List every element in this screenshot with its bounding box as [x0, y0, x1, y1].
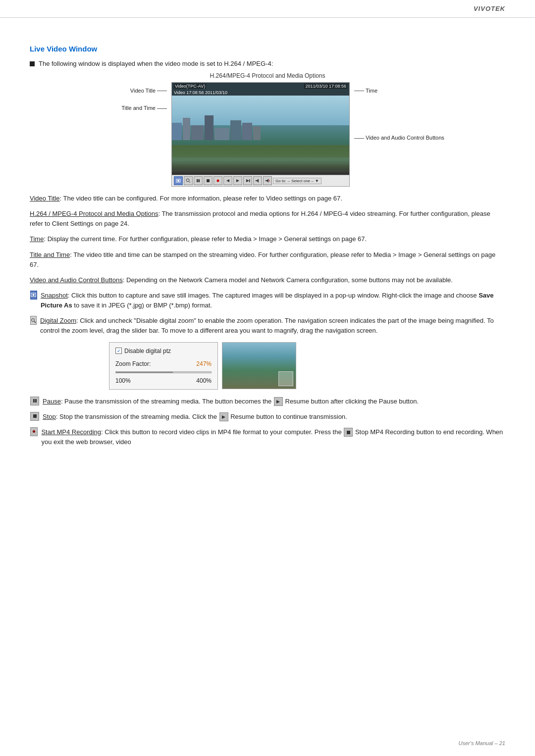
svg-point-16 — [33, 294, 35, 296]
stop-ctrl-btn[interactable] — [204, 176, 213, 185]
term-stop: Stop — [43, 413, 56, 420]
term-pause: Pause — [43, 398, 61, 405]
video-subtitle-bar: Video 17:08:56 2011/03/10 — [172, 90, 349, 96]
term-mp4: Start MP4 Recording — [41, 428, 101, 436]
text-title-time: : The video title and time can be stampe… — [30, 251, 495, 268]
term-title-time: Title and Time — [30, 251, 70, 258]
mp4-text-block: Start MP4 Recording: Click this button t… — [41, 427, 505, 447]
diagram-caption: H.264/MPEG-4 Protocol and Media Options — [210, 72, 325, 79]
zoom-max-label: 400% — [196, 377, 212, 384]
zoom-factor-label: Zoom Factor: — [115, 360, 151, 367]
zoom-checkbox-row: ✓ Disable digital ptz — [115, 348, 212, 354]
diagram-container: H.264/MPEG-4 Protocol and Media Options … — [124, 72, 411, 187]
svg-rect-5 — [199, 179, 200, 182]
svg-point-1 — [177, 180, 179, 182]
term-audio-ctrl: Video and Audio Control Buttons — [30, 276, 123, 284]
svg-point-7 — [217, 180, 219, 182]
label-video-title: Video Title — [130, 87, 168, 95]
next-ctrl-btn[interactable] — [243, 176, 252, 185]
zoom-ctrl-btn[interactable] — [184, 176, 193, 185]
svg-rect-25 — [347, 431, 350, 434]
dash-label: – — [288, 179, 290, 183]
video-subtitle-text: Video 17:08:56 2011/03/10 — [174, 90, 227, 95]
svg-rect-19 — [33, 399, 35, 403]
record-ctrl-btn[interactable] — [214, 176, 222, 185]
svg-point-2 — [186, 179, 189, 182]
stop-text-block: Stop: Stop the transmission of the strea… — [43, 412, 347, 422]
text-time: : Display the current time. For further … — [44, 235, 367, 243]
pause-ctrl-btn[interactable] — [194, 176, 203, 185]
svg-marker-10 — [246, 179, 249, 182]
label-video-title-text: Video Title — [130, 87, 156, 95]
zoom-preview-nav — [278, 371, 293, 386]
play-ctrl-btn[interactable] — [233, 176, 242, 185]
text-snapshot2: to save it in JPEG (*.jpg) or BMP (*.bmp… — [72, 302, 212, 309]
svg-rect-4 — [197, 179, 198, 182]
zoom-factor-row: Zoom Factor: 247% — [115, 360, 212, 367]
svg-point-24 — [33, 430, 35, 433]
para-h264: H.264 / MPEG-4 Protocol and Media Option… — [30, 209, 505, 229]
diagram-labels-right: Time Video and Audio Control Buttons — [353, 82, 444, 142]
diagram-wrapper: Video Title Title and Time Video(TPC-AV)… — [124, 82, 411, 187]
video-timestamp-display: 2011/03/10 17:08:56 — [304, 84, 347, 89]
para-video-title: Video Title: The video title can be conf… — [30, 194, 505, 203]
para-title-time: Title and Time: The video title and time… — [30, 250, 505, 270]
zoom-factor-value: 247% — [196, 360, 212, 367]
term-time: Time — [30, 235, 44, 243]
svg-rect-11 — [249, 179, 250, 182]
label-audio-ctrl: Video and Audio Control Buttons — [353, 134, 444, 142]
label-dash-2 — [157, 108, 167, 109]
pause-icon — [30, 397, 39, 405]
para-time: Time: Display the current time. For furt… — [30, 234, 505, 244]
svg-marker-12 — [256, 179, 259, 183]
buildings-area — [172, 115, 349, 140]
video-controls-bar[interactable]: Go to: – Select one – ▼ — [172, 175, 349, 186]
prev-ctrl-btn[interactable] — [223, 176, 232, 185]
zoom-checkbox[interactable]: ✓ — [115, 348, 122, 354]
zoom-checkbox-label: Disable digital ptz — [124, 348, 171, 354]
snapshot-ctrl-btn[interactable] — [174, 176, 183, 185]
term-snapshot: Snapshot — [41, 292, 68, 299]
intro-bullet: The following window is displayed when t… — [30, 60, 505, 67]
zoom-slider-track[interactable] — [115, 371, 212, 373]
svg-marker-23 — [222, 415, 225, 419]
zoom-min-label: 100% — [115, 377, 131, 384]
pause-text-block: Pause: Pause the transmission of the str… — [43, 397, 419, 406]
para-digital-zoom: Digital Zoom: Click and uncheck "Disable… — [30, 316, 505, 336]
text-digital-zoom: : Click and uncheck "Disable digital zoo… — [40, 317, 494, 334]
zoom-preview — [222, 342, 296, 389]
goto-label: Go to: — [275, 179, 286, 183]
text-video-title: : The video title can be configured. For… — [59, 195, 342, 202]
svg-marker-8 — [226, 179, 229, 182]
resume-icon-inline — [274, 397, 283, 406]
snapshot-text-block: Snapshot: Click this button to capture a… — [41, 291, 505, 310]
zoom-range-row: 100% 400% — [115, 377, 212, 384]
term-video-title: Video Title — [30, 195, 59, 202]
label-title-time-text: Title and Time — [121, 104, 156, 112]
label-dash-3 — [354, 91, 364, 91]
text-audio-ctrl: : Depending on the Network Camera model … — [123, 276, 453, 284]
svg-rect-20 — [35, 399, 37, 403]
svg-marker-9 — [236, 179, 239, 182]
stop-resume-icon-inline — [219, 412, 228, 421]
digital-zoom-icon — [30, 316, 37, 325]
para-audio-ctrl: Video and Audio Control Buttons: Dependi… — [30, 275, 505, 285]
stop-icon — [30, 412, 39, 421]
zoom-controls: ✓ Disable digital ptz Zoom Factor: 247% … — [109, 342, 218, 390]
road-area — [172, 157, 349, 165]
mute-ctrl-btn[interactable] — [263, 176, 272, 185]
digital-zoom-box: ✓ Disable digital ptz Zoom Factor: 247% … — [109, 342, 307, 390]
video-title-display: Video(TPC-AV) — [174, 84, 206, 89]
zoom-slider-row[interactable] — [115, 371, 212, 373]
text-pause: : Pause the transmission of the streamin… — [61, 398, 273, 405]
bullet-icon — [30, 61, 35, 66]
vol-ctrl-btn[interactable] — [253, 176, 262, 185]
arrow-label: ▼ — [315, 179, 319, 183]
goto-ctrl[interactable]: Go to: – Select one – ▼ — [273, 178, 321, 184]
term-digital-zoom: Digital Zoom — [40, 317, 76, 324]
svg-line-18 — [34, 321, 36, 323]
term-h264: H.264 / MPEG-4 Protocol and Media Option… — [30, 210, 158, 217]
svg-rect-22 — [33, 414, 37, 418]
page-footer: User's Manual – 21 — [459, 740, 505, 746]
text-stop: : Stop the transmission of the streaming… — [56, 413, 219, 420]
